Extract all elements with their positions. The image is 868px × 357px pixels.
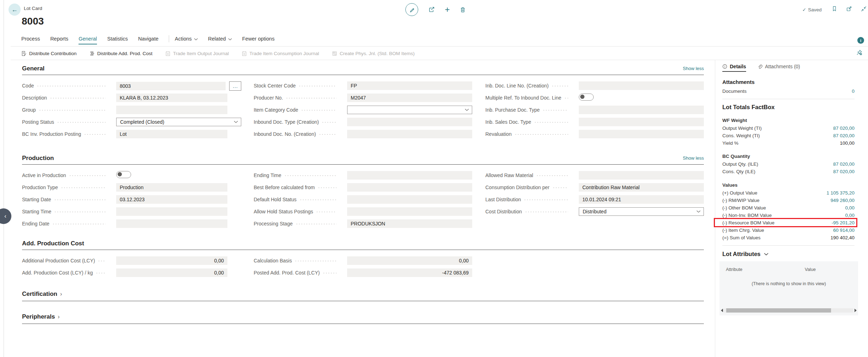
- tab-fewer-options[interactable]: Fewer options: [242, 36, 275, 44]
- tab-statistics[interactable]: Statistics: [107, 36, 128, 44]
- inb-sales-doc-type-field[interactable]: [579, 118, 704, 126]
- field-item-category-code: Item Category Code: [254, 106, 472, 114]
- certification-section-title[interactable]: Certification ›: [22, 290, 62, 298]
- dotted-leader: [286, 98, 336, 98]
- inbound-doc-type-field[interactable]: [347, 118, 472, 126]
- production-section-title[interactable]: Production: [22, 154, 54, 162]
- ending-date-field[interactable]: [116, 219, 227, 228]
- consumption-distribution-per-field[interactable]: Contribution Raw Material: [579, 183, 704, 192]
- factbox-row-value[interactable]: 87 020,00: [833, 126, 854, 131]
- general-show-less-link[interactable]: Show less: [683, 65, 704, 73]
- multiple-ref-toggle[interactable]: [579, 94, 594, 101]
- allow-hold-status-postings-field[interactable]: [347, 207, 472, 216]
- posting-status-select[interactable]: Completed (Closed): [116, 118, 241, 126]
- production-show-less-link[interactable]: Show less: [683, 154, 704, 162]
- delete-icon[interactable]: [460, 6, 466, 13]
- ending-time-field[interactable]: [347, 171, 472, 180]
- factbox-row-label: (-) Non-Inv. BOM Value: [722, 213, 772, 218]
- processing-stage-field[interactable]: PRODUKSJON: [347, 219, 472, 228]
- factbox-tab-details[interactable]: Details: [722, 64, 746, 72]
- tab-reports[interactable]: Reports: [50, 36, 68, 44]
- bookmark-icon[interactable]: [832, 6, 837, 12]
- item-category-code-select[interactable]: [347, 106, 472, 114]
- producer-no-field[interactable]: M2047: [347, 94, 472, 102]
- edit-icon[interactable]: [405, 3, 418, 16]
- scroll-left-arrow[interactable]: [721, 309, 723, 312]
- factbox-row-value[interactable]: 100,00: [840, 140, 854, 146]
- field-label: Active in Production: [22, 172, 66, 178]
- unpin-toolbar-button[interactable]: [856, 49, 862, 55]
- info-button[interactable]: i: [857, 37, 864, 44]
- factbox-row-value[interactable]: 949 260,00: [830, 198, 854, 203]
- open-in-new-window-icon[interactable]: [846, 6, 852, 12]
- tab-related[interactable]: Related: [208, 36, 232, 44]
- field-allow-hold-status-postings: Allow Hold Status Postings: [254, 207, 472, 216]
- inb-doc-line-no-field[interactable]: [579, 81, 704, 90]
- factbox-row-value[interactable]: 1 105 375,20: [826, 190, 854, 196]
- general-section-title[interactable]: General: [22, 65, 44, 73]
- scrollbar-track[interactable]: [724, 308, 853, 313]
- lot-attributes-table: Attribute Value (There is nothing to sho…: [719, 261, 858, 315]
- add-production-cost-kg-field[interactable]: 0,00: [116, 268, 227, 277]
- ribbon-tabs: Process Reports General Statistics Navig…: [21, 35, 285, 44]
- factbox-row-value[interactable]: 60 914,00: [833, 228, 854, 233]
- distribute-add-prod-cost-button[interactable]: Distribute Add. Prod. Cost: [90, 51, 152, 56]
- inbound-doc-no-field[interactable]: [347, 130, 472, 138]
- starting-date-field[interactable]: 03.12.2023: [116, 195, 227, 204]
- field-inb-doc-line-no: Inb. Doc. Line No. (Creation): [485, 81, 704, 90]
- wf-weight-rows: Output Weight (TI) 87 020,00 Cons. Weigh…: [722, 124, 854, 147]
- field-label: Add. Production Cost (LCY) / kg: [22, 270, 93, 276]
- factbox-tab-attachments[interactable]: Attachments (0): [758, 64, 800, 72]
- documents-count-link[interactable]: 0: [852, 89, 854, 94]
- factbox-row-value[interactable]: 87 020,00: [833, 169, 854, 174]
- factbox-row-value[interactable]: -95 201,20: [831, 220, 854, 225]
- back-button[interactable]: ←: [9, 4, 21, 16]
- inb-purchase-doc-type-field[interactable]: [579, 106, 704, 114]
- factbox-row-value[interactable]: 0,00: [845, 213, 854, 218]
- bc-inv-production-posting-field[interactable]: Lot: [116, 130, 227, 138]
- best-before-field[interactable]: [347, 183, 472, 192]
- add-production-cost-title[interactable]: Add. Production Cost: [22, 240, 84, 247]
- tab-navigate[interactable]: Navigate: [138, 36, 158, 44]
- last-distribution-field[interactable]: 10.01.2024 09:21: [579, 195, 704, 204]
- factbox-row-value[interactable]: 190 402,40: [830, 235, 854, 240]
- create-phys-jnl-button[interactable]: Create Phys. Jnl. (Std. BOM Items): [332, 51, 415, 56]
- field-label: Consumption Distribution per: [485, 185, 550, 190]
- trade-item-output-journal-button[interactable]: Trade Item Output Journal: [165, 51, 229, 56]
- factbox-row-value[interactable]: 87 020,00: [833, 133, 854, 138]
- description-field[interactable]: KLARA B, 03.12.2023: [116, 94, 227, 102]
- dotted-leader: [54, 199, 106, 200]
- default-hold-status-field[interactable]: [347, 195, 472, 204]
- field-starting-date: Starting Date 03.12.2023: [22, 195, 241, 204]
- cost-distribution-select[interactable]: Distributed: [579, 207, 704, 216]
- new-icon[interactable]: +: [445, 6, 450, 13]
- trade-item-consumption-journal-button[interactable]: Trade Item Consumption Journal: [242, 51, 319, 56]
- tab-general[interactable]: General: [79, 36, 97, 44]
- scrollbar-thumb[interactable]: [726, 308, 831, 313]
- expand-side-pane-button[interactable]: ‹: [0, 208, 11, 224]
- scroll-right-arrow[interactable]: [854, 309, 857, 312]
- factbox-row-label: Yield %: [722, 140, 738, 146]
- code-field[interactable]: 8003: [116, 82, 226, 90]
- additional-production-cost-field[interactable]: 0,00: [116, 256, 227, 265]
- allowed-raw-material-field[interactable]: [579, 171, 704, 180]
- posted-add-prod-cost-field[interactable]: -472 083,69: [347, 268, 472, 277]
- share-icon[interactable]: [428, 6, 435, 13]
- paperclip-icon: [758, 64, 762, 69]
- factbox-row-value[interactable]: 87 020,00: [833, 161, 854, 167]
- tab-actions[interactable]: Actions: [175, 36, 198, 44]
- calculation-basis-field[interactable]: 0,00: [347, 256, 472, 265]
- revaluation-field[interactable]: [579, 130, 704, 138]
- distribute-contribution-button[interactable]: Distribute Contribution: [21, 51, 77, 56]
- stock-center-code-field[interactable]: FP: [347, 81, 472, 90]
- active-in-production-toggle[interactable]: [116, 171, 131, 178]
- starting-time-field[interactable]: [116, 207, 227, 216]
- factbox-row-value[interactable]: 0,00: [845, 205, 854, 211]
- lot-attributes-heading[interactable]: Lot Attributes: [722, 251, 854, 257]
- production-type-field[interactable]: Production: [116, 183, 227, 192]
- assist-edit-button[interactable]: …: [229, 81, 241, 91]
- tab-process[interactable]: Process: [21, 36, 40, 44]
- peripherals-section-title[interactable]: Peripherals ›: [22, 313, 60, 321]
- collapse-icon[interactable]: [861, 6, 867, 12]
- group-field[interactable]: [116, 106, 227, 114]
